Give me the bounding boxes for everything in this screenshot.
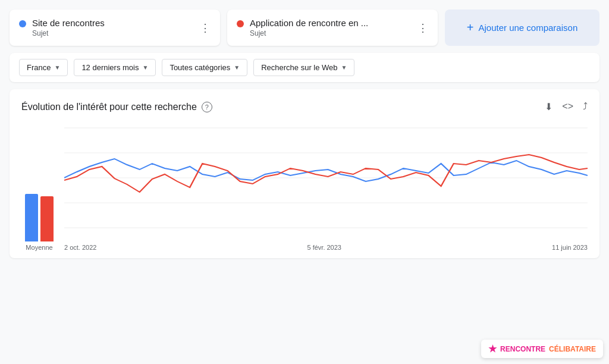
line-chart-svg: 100 75 50 25 (64, 122, 588, 241)
chart-actions: ⬇ <> ⤴ (545, 101, 588, 112)
filter-period-label: 12 derniers mois (81, 63, 139, 72)
add-comparison-label: Ajouter une comparaison (478, 23, 577, 33)
x-labels: 2 oct. 2022 5 févr. 2023 11 juin 2023 (64, 244, 588, 251)
bar-group (25, 188, 54, 241)
chevron-down-icon-2: ▼ (142, 64, 148, 71)
filters-row: France ▼ 12 derniers mois ▼ Toutes catég… (10, 53, 599, 82)
watermark-star-icon: ★ (488, 343, 497, 354)
subject-card-2-info: Application de rencontre en ... Sujet (250, 18, 368, 37)
cards-row: Site de rencontres Sujet ⋮ Application d… (10, 10, 599, 46)
chart-title: Évolution de l'intérêt pour cette recher… (21, 102, 197, 112)
red-line (64, 155, 588, 192)
subject-card-1: Site de rencontres Sujet ⋮ (10, 10, 220, 46)
watermark: ★ RENCONTRE CÉLIBATAIRE (481, 340, 603, 358)
moyenne-label: Moyenne (26, 244, 52, 251)
subject-card-1-title: Site de rencontres (32, 18, 105, 28)
blue-line (64, 159, 588, 181)
filter-search-type-label: Recherche sur le Web (261, 63, 337, 72)
x-label-3: 11 juin 2023 (552, 244, 588, 251)
filter-region-label: France (27, 63, 51, 72)
chart-header: Évolution de l'intérêt pour cette recher… (21, 101, 588, 112)
watermark-text2: CÉLIBATAIRE (549, 345, 596, 353)
subject-card-2-type: Sujet (250, 29, 368, 37)
filter-category[interactable]: Toutes catégories ▼ (162, 59, 247, 76)
share-icon[interactable]: ⤴ (583, 101, 588, 112)
chart-average-bars: Moyenne (21, 188, 57, 251)
chart-section: Évolution de l'intérêt pour cette recher… (10, 89, 599, 258)
add-comparison-button[interactable]: + Ajouter une comparaison (445, 10, 599, 46)
chevron-down-icon-3: ▼ (234, 64, 240, 71)
dot-red-icon (237, 20, 244, 27)
dot-blue-icon (19, 20, 26, 27)
filter-region[interactable]: France ▼ (19, 59, 68, 76)
subject-card-2: Application de rencontre en ... Sujet ⋮ (227, 10, 438, 46)
filter-category-label: Toutes catégories (169, 63, 230, 72)
embed-icon[interactable]: <> (562, 101, 573, 112)
bar-red (40, 196, 54, 241)
subject-card-1-left: Site de rencontres Sujet (19, 18, 105, 37)
subject-card-2-left: Application de rencontre en ... Sujet (237, 18, 368, 37)
card-2-menu-icon[interactable]: ⋮ (417, 21, 428, 34)
x-label-1: 2 oct. 2022 (64, 244, 96, 251)
download-icon[interactable]: ⬇ (545, 101, 553, 112)
subject-card-1-info: Site de rencontres Sujet (32, 18, 105, 37)
filter-search-type[interactable]: Recherche sur le Web ▼ (253, 59, 354, 76)
chart-title-area: Évolution de l'intérêt pour cette recher… (21, 102, 212, 112)
plus-icon: + (467, 21, 474, 34)
chevron-down-icon-4: ▼ (341, 64, 347, 71)
line-chart-area: 100 75 50 25 2 oct. 2022 5 févr. 2023 11… (64, 122, 588, 251)
watermark-text1: RENCONTRE (500, 345, 545, 353)
card-1-menu-icon[interactable]: ⋮ (200, 21, 211, 34)
chevron-down-icon: ▼ (54, 64, 60, 71)
help-icon[interactable]: ? (202, 102, 212, 112)
x-label-2: 5 févr. 2023 (307, 244, 341, 251)
bar-blue (25, 194, 38, 241)
subject-card-2-title: Application de rencontre en ... (250, 18, 368, 28)
filter-period[interactable]: 12 derniers mois ▼ (74, 59, 156, 76)
subject-card-1-type: Sujet (32, 29, 105, 37)
chart-body: Moyenne 100 75 50 25 (21, 122, 588, 251)
